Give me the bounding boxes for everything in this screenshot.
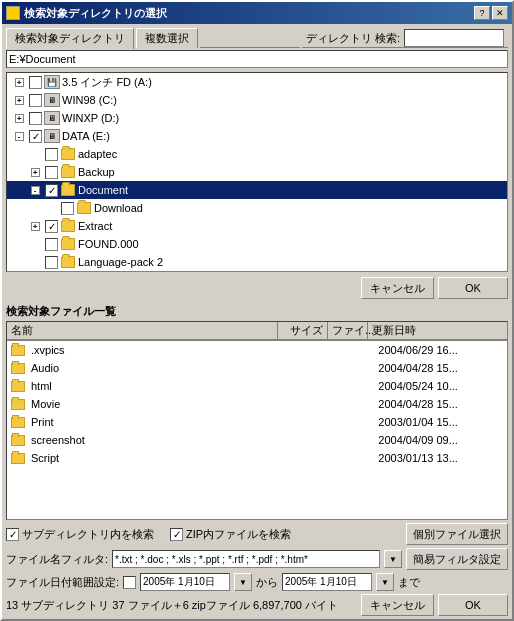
drive-icon-dataE: 🖥 [44, 129, 60, 143]
file-name-4: Print [27, 416, 284, 428]
subdir-checkbox[interactable] [6, 528, 19, 541]
checkbox-langpack[interactable] [45, 256, 58, 269]
tree-cancel-button[interactable]: キャンセル [361, 277, 434, 299]
bottom-controls: サブディレクトリ内を検索 ZIP内ファイルを検索 個別ファイル選択 ファイル名フ… [2, 520, 512, 619]
close-button[interactable]: ✕ [492, 6, 508, 20]
drive-icon-fd35: 💾 [44, 75, 60, 89]
label-dataE: DATA (E:) [62, 130, 110, 142]
checkbox-adaptec[interactable] [45, 148, 58, 161]
file-row-1[interactable]: Audio 2004/04/28 15... [7, 359, 507, 377]
expand-download[interactable] [43, 200, 59, 216]
folder-icon-langpack [60, 255, 76, 269]
date-to-dropdown[interactable]: ▼ [376, 573, 394, 591]
col-header-size[interactable]: サイズ [278, 322, 328, 340]
title-bar: 検索対象ディレクトリの選択 ? ✕ [2, 2, 512, 24]
tree-ok-button[interactable]: OK [438, 277, 508, 299]
expand-winxp[interactable]: + [11, 110, 27, 126]
checkbox-backup[interactable] [45, 166, 58, 179]
expand-extract[interactable]: + [27, 218, 43, 234]
tree-item-fd35[interactable]: + 💾 3.5 インチ FD (A:) [7, 73, 507, 91]
expand-document[interactable]: - [27, 182, 43, 198]
tree-item-download[interactable]: Download [7, 199, 507, 217]
date-from-input[interactable] [140, 573, 230, 591]
checkbox-dataE[interactable] [29, 130, 42, 143]
col-header-date[interactable]: 更新日時 [368, 322, 507, 340]
zip-label: ZIP内ファイルを検索 [186, 527, 291, 542]
col-header-name[interactable]: 名前 [7, 322, 278, 340]
expand-dataE[interactable]: - [11, 128, 27, 144]
folder-icon-audio [9, 361, 27, 375]
label-win98: WIN98 (C:) [62, 94, 117, 106]
tabs-row: 検索対象ディレクトリ 複数選択 ディレクトリ 検索: [2, 24, 512, 48]
tree-item-document[interactable]: - Document [7, 181, 507, 199]
tree-item-extract[interactable]: + Extract [7, 217, 507, 235]
simple-filter-button[interactable]: 簡易フィルタ設定 [406, 548, 508, 570]
checkbox-extract[interactable] [45, 220, 58, 233]
folder-icon-screenshot [9, 433, 27, 447]
file-date-5: 2004/04/09 09... [374, 434, 507, 446]
folder-icon-xvpics [9, 343, 27, 357]
checkbox-document[interactable] [45, 184, 58, 197]
file-name-5: screenshot [27, 434, 284, 446]
file-date-1: 2004/04/28 15... [374, 362, 507, 374]
date-from-dropdown[interactable]: ▼ [234, 573, 252, 591]
individual-file-button[interactable]: 個別ファイル選択 [406, 523, 508, 545]
expand-langpack[interactable] [27, 254, 43, 270]
checkbox-winxp[interactable] [29, 112, 42, 125]
expand-backup[interactable]: + [27, 164, 43, 180]
bottom-ok-button[interactable]: OK [438, 594, 508, 616]
file-row-2[interactable]: html 2004/05/24 10... [7, 377, 507, 395]
tree-item-dataE[interactable]: - 🖥 DATA (E:) [7, 127, 507, 145]
bottom-cancel-button[interactable]: キャンセル [361, 594, 434, 616]
tree-item-winxp[interactable]: + 🖥 WINXP (D:) [7, 109, 507, 127]
dir-search-label: ディレクトリ 検索: [306, 31, 400, 46]
expand-adaptec[interactable] [27, 146, 43, 162]
subdir-label: サブディレクトリ内を検索 [22, 527, 154, 542]
file-row-6[interactable]: Script 2003/01/13 13... [7, 449, 507, 467]
folder-icon-script [9, 451, 27, 465]
status-text: 13 サブディレクトリ 37 ファイル＋6 zipファイル 6,897,700 … [6, 598, 338, 613]
tab-multi-dir[interactable]: 複数選択 [136, 28, 198, 48]
file-name-6: Script [27, 452, 284, 464]
expand-fd35[interactable]: + [11, 74, 27, 90]
dir-search-input[interactable] [404, 29, 504, 47]
checkbox-fd35[interactable] [29, 76, 42, 89]
tree-item-backup[interactable]: + Backup [7, 163, 507, 181]
tree-item-materials[interactable]: materials [7, 271, 507, 272]
folder-icon-backup [60, 165, 76, 179]
main-window: 検索対象ディレクトリの選択 ? ✕ 検索対象ディレクトリ 複数選択 ディレクトリ… [0, 0, 514, 621]
file-name-2: html [27, 380, 284, 392]
expand-win98[interactable]: + [11, 92, 27, 108]
drive-icon-winxp: 🖥 [44, 111, 60, 125]
label-download: Download [94, 202, 143, 214]
filter-input[interactable] [112, 550, 380, 568]
help-button[interactable]: ? [474, 6, 490, 20]
folder-icon-print [9, 415, 27, 429]
title-bar-buttons: ? ✕ [474, 6, 508, 20]
file-row-5[interactable]: screenshot 2004/04/09 09... [7, 431, 507, 449]
tree-item-langpack[interactable]: Language-pack 2 [7, 253, 507, 271]
file-name-0: .xvpics [27, 344, 284, 356]
date-range-checkbox[interactable] [123, 576, 136, 589]
tree-item-win98[interactable]: + 🖥 WIN98 (C:) [7, 91, 507, 109]
col-header-type[interactable]: ファイ... [328, 322, 368, 340]
subdir-checkbox-label[interactable]: サブディレクトリ内を検索 [6, 527, 154, 542]
tree-item-adaptec[interactable]: adaptec [7, 145, 507, 163]
file-list-body: .xvpics 2004/06/29 16... Audio 2004/04/2… [7, 341, 507, 519]
date-to-input[interactable] [282, 573, 372, 591]
current-path-input[interactable]: E:¥Document [6, 50, 508, 68]
checkbox-found000[interactable] [45, 238, 58, 251]
expand-found000[interactable] [27, 236, 43, 252]
filter-dropdown-btn[interactable]: ▼ [384, 550, 402, 568]
tree-item-found000[interactable]: FOUND.000 [7, 235, 507, 253]
file-list-header: 名前 サイズ ファイ... 更新日時 [7, 322, 507, 341]
zip-checkbox-label[interactable]: ZIP内ファイルを検索 [170, 527, 291, 542]
tab-single-dir[interactable]: 検索対象ディレクトリ [6, 28, 134, 49]
file-row-0[interactable]: .xvpics 2004/06/29 16... [7, 341, 507, 359]
zip-checkbox[interactable] [170, 528, 183, 541]
file-row-4[interactable]: Print 2003/01/04 15... [7, 413, 507, 431]
checkbox-win98[interactable] [29, 94, 42, 107]
window-title: 検索対象ディレクトリの選択 [24, 6, 167, 21]
file-row-3[interactable]: Movie 2004/04/28 15... [7, 395, 507, 413]
checkbox-download[interactable] [61, 202, 74, 215]
